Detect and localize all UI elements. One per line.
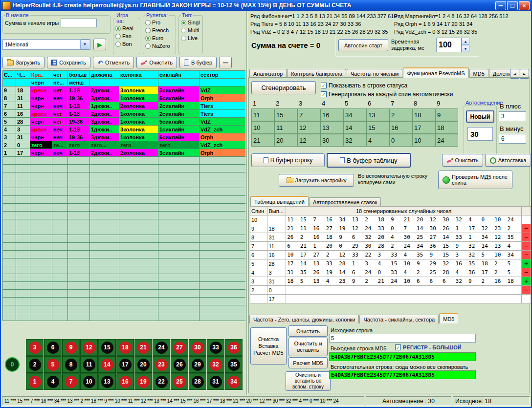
autospin-button[interactable]: Автоспин старт (338, 39, 388, 51)
buffer-table-button[interactable]: В буфер таблицу (327, 153, 411, 168)
wheel-option-pro[interactable]: Pro (145, 19, 174, 26)
roulette-number-14[interactable]: 14 (101, 359, 113, 371)
main-tab-0[interactable]: Анализатор (249, 69, 287, 78)
roulette-number-24[interactable]: 24 (155, 342, 168, 354)
roulette-cell-31[interactable]: 31 (207, 373, 224, 390)
undo-button[interactable]: ↶Отменить (93, 57, 134, 68)
roulette-number-3[interactable]: 3 (29, 342, 41, 354)
roulette-cell-27[interactable]: 27 (171, 339, 188, 356)
wheel-option-nazero[interactable]: NaZero (145, 42, 174, 50)
checkbox-auto-generate[interactable]: ✓ Генерировать на каждый спин автоматиче… (321, 91, 453, 98)
type-option-live[interactable]: Live (181, 34, 200, 42)
roulette-number-18[interactable]: 18 (119, 342, 132, 354)
roulette-number-7[interactable]: 7 (65, 376, 77, 388)
close-button[interactable]: × (519, 1, 530, 10)
delay-input[interactable] (436, 38, 462, 52)
check-md5-button[interactable]: Проверить МД5 после спина (438, 171, 512, 189)
roulette-number-31[interactable]: 31 (210, 376, 222, 388)
roulette-number-36[interactable]: 36 (228, 342, 240, 354)
plus-input[interactable] (499, 111, 526, 121)
roulette-number-21[interactable]: 21 (137, 342, 150, 354)
roulette-number-12[interactable]: 12 (83, 342, 95, 354)
wheel-option-french[interactable]: French (145, 26, 174, 34)
md5-clear-button[interactable]: Очистить (288, 325, 328, 337)
roulette-cell-34[interactable]: 34 (225, 373, 243, 390)
minimize-button[interactable]: — (495, 1, 506, 10)
roulette-cell-12[interactable]: 12 (80, 339, 98, 356)
roulette-cell-15[interactable]: 15 (98, 339, 116, 356)
roulette-number-6[interactable]: 6 (47, 342, 59, 354)
load-button[interactable]: Загрузить (2, 57, 44, 68)
type-option-multi[interactable]: Multi (181, 26, 200, 34)
roulette-cell-17[interactable]: 17 (116, 356, 134, 373)
md5-calc-button[interactable]: Расчет MD5 (288, 357, 328, 368)
roulette-cell-19[interactable]: 19 (134, 373, 152, 390)
md5-main-button[interactable]: Очистка Вставка Расчет MD5 (250, 327, 287, 365)
md5-source-input[interactable] (329, 334, 476, 343)
roulette-number-25[interactable]: 25 (174, 376, 186, 388)
roulette-cell-13[interactable]: 13 (98, 373, 116, 390)
spin-tab-0[interactable]: Таблица выпадений (250, 196, 309, 206)
roulette-number-32[interactable]: 32 (210, 359, 222, 371)
roulette-cell-29[interactable]: 29 (189, 356, 206, 373)
collapse-button[interactable]: — (219, 57, 232, 68)
autobet-button[interactable]: Автоставка (485, 154, 531, 167)
load-settings-button[interactable]: Загрузить настройку (279, 174, 354, 187)
roulette-number-8[interactable]: 8 (65, 359, 77, 371)
roulette-number-20[interactable]: 20 (137, 359, 150, 371)
roulette-number-22[interactable]: 22 (155, 376, 168, 388)
roulette-cell-9[interactable]: 9 (62, 339, 80, 356)
spin-down-icon[interactable]: ▼ (462, 45, 469, 52)
roulette-number-33[interactable]: 33 (210, 342, 222, 354)
roulette-cell-26[interactable]: 26 (171, 356, 188, 373)
roulette-number-0[interactable]: 0 (5, 357, 20, 372)
roulette-cell-30[interactable]: 30 (189, 339, 206, 356)
roulette-number-5[interactable]: 5 (47, 359, 59, 371)
spin-up-icon[interactable]: ▲ (462, 38, 469, 45)
roulette-cell-22[interactable]: 22 (153, 373, 170, 390)
roulette-cell-24[interactable]: 24 (153, 339, 170, 356)
roulette-cell-8[interactable]: 8 (62, 356, 80, 373)
md5-clear-paste-aux-button[interactable]: Очистить и вставить во вспом. строку (286, 371, 331, 391)
roulette-cell-2[interactable]: 2 (26, 356, 44, 373)
roulette-number-17[interactable]: 17 (119, 359, 132, 371)
roulette-cell-6[interactable]: 6 (44, 339, 62, 356)
main-tab-2[interactable]: Частоты по числам (347, 69, 402, 78)
generate-button[interactable]: Сгенерировать (251, 81, 316, 94)
autoshift-input[interactable] (467, 127, 493, 141)
roulette-cell-23[interactable]: 23 (153, 356, 170, 373)
roulette-cell-4[interactable]: 4 (44, 373, 62, 390)
roulette-cell-5[interactable]: 5 (44, 356, 62, 373)
roulette-cell-10[interactable]: 10 (80, 373, 98, 390)
roulette-number-28[interactable]: 28 (192, 376, 204, 388)
game-option-real[interactable]: Real (115, 24, 138, 32)
roulette-number-15[interactable]: 15 (101, 342, 113, 354)
game-option-fan[interactable]: Fan (115, 32, 138, 40)
roulette-number-26[interactable]: 26 (174, 359, 186, 371)
roulette-number-35[interactable]: 35 (228, 359, 240, 371)
game-option-bon[interactable]: Bon (115, 40, 138, 48)
checkbox-show-status[interactable]: ✓ Показывать в строке статуса (321, 82, 407, 89)
roulette-number-16[interactable]: 16 (119, 376, 132, 388)
clear-generator-button[interactable]: Очистить (442, 154, 483, 167)
roulette-number-29[interactable]: 29 (192, 359, 204, 371)
roulette-cell-16[interactable]: 16 (116, 373, 134, 390)
roulette-number-30[interactable]: 30 (192, 342, 204, 354)
roulette-cell-1[interactable]: 1 (26, 373, 44, 390)
main-tab-5[interactable]: Деление ко... (489, 69, 510, 78)
main-tab-1[interactable]: Контроль банкролла (287, 69, 346, 78)
spin-tab-1[interactable]: Автопроставление ставок (309, 197, 381, 206)
md5-clear-paste-button[interactable]: Очистить и вставить (288, 338, 328, 356)
bottom-tab-2[interactable]: MD5 (439, 313, 458, 323)
preset-select[interactable]: 1Melonati ▼ (2, 39, 90, 50)
save-button[interactable]: Сохранить (47, 57, 90, 68)
maximize-button[interactable]: □ (507, 1, 518, 10)
buffer-button[interactable]: В буфер (179, 57, 217, 68)
main-tab-3[interactable]: Функционал PsevdoMS (403, 67, 468, 78)
bottom-tab-1[interactable]: Частота - сиклайны, сектора (359, 315, 439, 323)
roulette-number-10[interactable]: 10 (83, 376, 95, 388)
roulette-cell-25[interactable]: 25 (171, 373, 188, 390)
buffer-row-button[interactable]: В буфер строку (251, 153, 325, 167)
roulette-cell-3[interactable]: 3 (26, 339, 44, 356)
roulette-cell-36[interactable]: 36 (225, 339, 243, 356)
